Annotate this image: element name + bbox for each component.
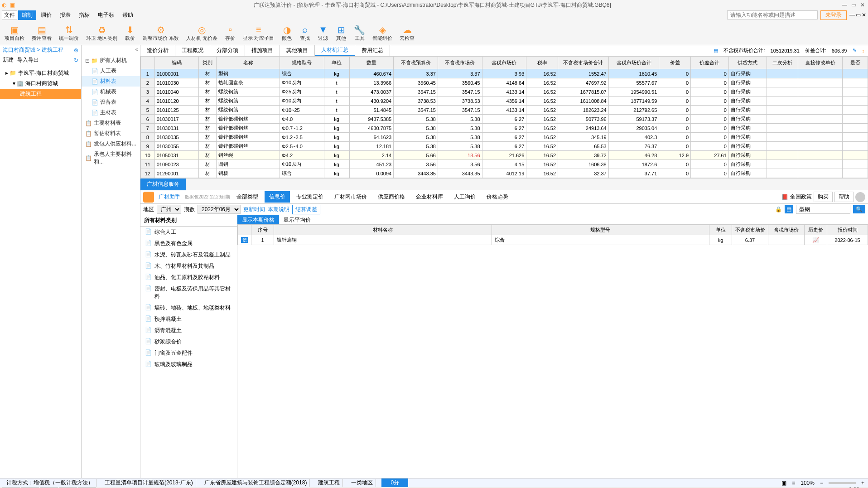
- grid-header-cell[interactable]: 直接修改单价: [798, 57, 843, 69]
- category-item[interactable]: 📄黑色及有色金属: [140, 238, 237, 249]
- grid-header-cell[interactable]: 名称: [217, 57, 280, 69]
- ribbon-smart-group[interactable]: ◈智能组价: [370, 21, 395, 44]
- grid-header-cell[interactable]: 编码: [154, 57, 199, 69]
- pt-average[interactable]: 显示平均价: [279, 215, 315, 224]
- restore-button[interactable]: ▭: [850, 2, 857, 8]
- ribbon-self-check[interactable]: ▣项目自检: [2, 21, 27, 44]
- zoom-slider[interactable]: [829, 482, 856, 484]
- st-all[interactable]: ⊟ 📁 所有人材机: [82, 55, 140, 66]
- st-main-material[interactable]: 📋 主要材料表: [82, 118, 140, 128]
- grid-row[interactable]: 601030017材镀锌低碳钢丝Φ4.0kg9437.53855.385.386…: [141, 115, 868, 124]
- material-grid[interactable]: 编码类别名称规格型号单位数量不含税预算价不含税市场价含税市场价税率不含税市场价合…: [140, 56, 868, 179]
- ribbon-adjust-coef[interactable]: ⚙调整市场价 系数: [140, 21, 182, 44]
- lock-icon[interactable]: 🔒: [775, 206, 782, 213]
- bt-trend[interactable]: 价格趋势: [482, 191, 513, 203]
- ribbon-filter[interactable]: ▼过滤: [315, 21, 331, 44]
- menu-ebid[interactable]: 电子标: [94, 10, 118, 20]
- bt-all[interactable]: 全部类型: [232, 191, 263, 203]
- close-button[interactable]: ✕: [859, 2, 866, 8]
- grid-header-cell[interactable]: 供货方式: [728, 57, 767, 69]
- tree-building[interactable]: 建筑工程: [0, 89, 81, 99]
- tree-project[interactable]: ▾ 🏢 海口村商贸城: [0, 78, 81, 89]
- buy-button[interactable]: 购买: [814, 192, 833, 202]
- grid-row[interactable]: 1001050031材钢丝绳Φ4.2kg2.145.6618.5621.6261…: [141, 151, 868, 160]
- category-item[interactable]: 📄沥青混凝土: [140, 325, 237, 336]
- grid-header-cell[interactable]: 不含税市场价合计: [558, 57, 609, 69]
- grid-header-cell[interactable]: 单位: [324, 57, 349, 69]
- menu-help[interactable]: 帮助: [119, 10, 137, 20]
- grid-header-cell[interactable]: 价差: [659, 57, 691, 69]
- category-item[interactable]: 📄墙砖、地砖、地板、地毯类材料: [140, 302, 237, 314]
- import-export-button[interactable]: 导入导出: [17, 56, 39, 64]
- adjust-button[interactable]: 结算调差: [292, 205, 320, 214]
- bt-inquiry[interactable]: 人工询价: [449, 191, 480, 203]
- grid-header-cell[interactable]: 价差合计: [691, 57, 729, 69]
- tab-overview[interactable]: 工程概况: [175, 45, 210, 56]
- window-close[interactable]: ✕: [862, 12, 866, 18]
- status-score[interactable]: 0分: [381, 478, 408, 487]
- grid-header-cell[interactable]: 规格型号: [280, 57, 324, 69]
- grid-row[interactable]: 901030055材镀锌低碳钢丝Φ2.5~4.0kg12.1815.385.38…: [141, 142, 868, 151]
- area-select[interactable]: 广州: [157, 205, 181, 214]
- desc-link[interactable]: 本期说明: [268, 206, 289, 213]
- filter-icon[interactable]: ▤: [785, 205, 793, 213]
- ribbon-save-price[interactable]: ▫存价: [222, 21, 238, 44]
- summary-icon-2[interactable]: ↕: [862, 48, 865, 53]
- tab-sub-items[interactable]: 分部分项: [210, 45, 245, 56]
- tab-measures[interactable]: 措施项目: [245, 45, 280, 56]
- menu-indicator[interactable]: 指标: [75, 10, 93, 20]
- ribbon-cloud-check[interactable]: ☁云检查: [397, 21, 417, 44]
- update-link[interactable]: 更新时间: [243, 206, 265, 213]
- login-button[interactable]: 未登录: [820, 10, 847, 20]
- grid-row[interactable]: 401010120材螺纹钢筋Φ10以内t430.92043738.533738.…: [141, 97, 868, 106]
- st-provisional[interactable]: 📋 暂估材料表: [82, 128, 140, 139]
- grid-row[interactable]: 1101090023材圆钢Φ10以内kg451.233.563.564.1516…: [141, 160, 868, 169]
- window-minimize[interactable]: —: [849, 12, 855, 18]
- ribbon-show-item[interactable]: ≡显示 对应子目: [240, 21, 277, 44]
- grid-row[interactable]: 701030031材镀锌低碳钢丝Φ0.7~1.2kg4630.78755.385…: [141, 124, 868, 133]
- grid-header-cell[interactable]: 二次分析: [767, 57, 798, 69]
- zoom-in[interactable]: +: [861, 480, 864, 486]
- policy-link[interactable]: 全国政策: [790, 193, 812, 201]
- ribbon-other[interactable]: ⊞其他: [333, 21, 349, 44]
- grid-row[interactable]: 201010030材热轧圆盘条Φ10以内t13.39663560.453560.…: [141, 78, 868, 87]
- grid-header-cell[interactable]: 含税市场价: [482, 57, 526, 69]
- refresh-icon[interactable]: ↻: [74, 57, 78, 63]
- st-equipment[interactable]: 📄 设备表: [82, 97, 140, 107]
- tree-root[interactable]: ▸ 📁 李逸军-海口村商贸城: [0, 68, 81, 78]
- pt-current[interactable]: 显示本期价格: [237, 215, 279, 224]
- ribbon-load-price[interactable]: ⬇载价: [122, 21, 138, 44]
- grid-header-cell[interactable]: [141, 57, 155, 69]
- category-item[interactable]: 📄预拌混凝土: [140, 314, 237, 325]
- st-labor[interactable]: 📄 人工表: [82, 66, 140, 76]
- category-item[interactable]: 📄门窗及五金配件: [140, 348, 237, 359]
- st-main[interactable]: 📄 主材表: [82, 107, 140, 118]
- grid-row[interactable]: 501010125材螺纹钢筋Φ10~25t51.48453547.153547.…: [141, 106, 868, 115]
- material-search[interactable]: [796, 205, 850, 214]
- grid-row[interactable]: 801030035材镀锌低碳钢丝Φ1.2~2.5kg64.16235.385.3…: [141, 133, 868, 142]
- summary-icon-1[interactable]: ✎: [853, 48, 857, 53]
- grid-header-cell[interactable]: 是否: [843, 57, 868, 69]
- ribbon-fee-view[interactable]: ▤费用查看: [29, 21, 54, 44]
- category-item[interactable]: 📄木、竹材屋材料及其制品: [140, 261, 237, 272]
- st-contractor[interactable]: 📋 承包人主要材料和...: [82, 149, 140, 167]
- view-mode-icon[interactable]: ▣: [781, 480, 786, 486]
- collapse-icon[interactable]: «: [82, 45, 140, 53]
- period-select[interactable]: 2022年06月: [198, 205, 241, 214]
- breadcrumb-close-icon[interactable]: ⊗: [74, 47, 78, 53]
- price-grid[interactable]: 序号 材料名称 规格型号 单位 不含税市场价 含税市场价 历史价 报价时间 信 …: [237, 225, 868, 245]
- category-item[interactable]: 📄水泥、砖瓦灰砂石及混凝土制品: [140, 249, 237, 261]
- window-maximize[interactable]: ▭: [856, 12, 861, 18]
- tab-material-summary[interactable]: 人材机汇总: [315, 45, 355, 56]
- avatar[interactable]: [855, 192, 865, 202]
- menu-price[interactable]: 调价: [37, 10, 55, 20]
- view-list-icon[interactable]: ≡: [792, 480, 795, 486]
- tab-other[interactable]: 其他项目: [280, 45, 315, 56]
- category-item[interactable]: 📄密封、电极及劳保用品等其它材料: [140, 283, 237, 302]
- bt-info-price[interactable]: 信息价: [265, 191, 290, 203]
- menu-report[interactable]: 报表: [56, 10, 74, 20]
- file-menu[interactable]: 文件: [2, 10, 17, 20]
- new-button[interactable]: 新建: [3, 56, 14, 64]
- ribbon-color[interactable]: ◑颜色: [279, 21, 295, 44]
- grid-header-cell[interactable]: 类别: [199, 57, 217, 69]
